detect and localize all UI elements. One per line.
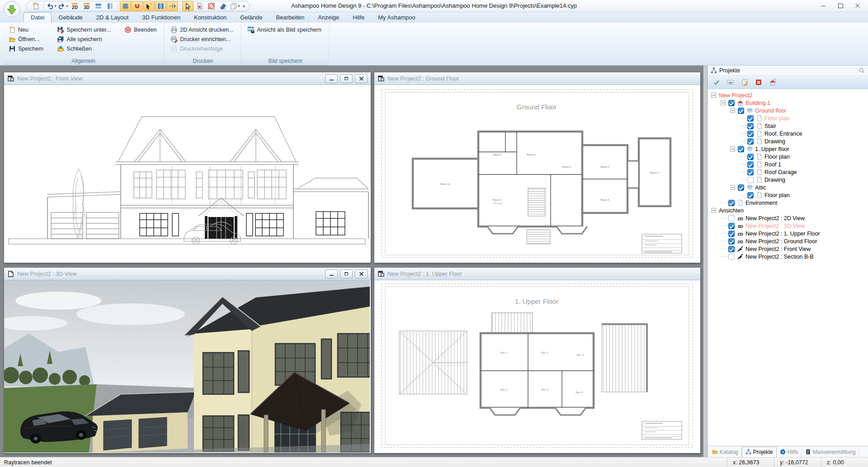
expander-icon[interactable] — [730, 108, 735, 113]
ribbon-tab-geb-ude[interactable]: Gebäude — [52, 13, 90, 23]
front-view-titlebar[interactable]: New Project2 : Front View — [4, 72, 371, 85]
ribbon-tab-my-ashampoo[interactable]: My Ashampoo — [371, 13, 422, 23]
panel-tab-katalog[interactable]: Katalog — [709, 447, 742, 457]
mdi-restore-button[interactable] — [340, 269, 353, 278]
mdi-minimize-button[interactable] — [325, 269, 338, 278]
tree-item-ground-floor[interactable]: Ground floor — [708, 107, 868, 114]
checkbox[interactable] — [728, 100, 735, 106]
ffnen-button[interactable]: Öffnen... — [6, 34, 46, 44]
mdi-minimize-button[interactable] — [325, 74, 338, 83]
rename-button[interactable]: abl — [725, 77, 736, 87]
ribbon-tab-hilfe[interactable]: Hilfe — [346, 13, 371, 23]
tree-item-environment[interactable]: Environment — [708, 199, 868, 207]
tree-item-new-project2-2d-view[interactable]: 2DNew Project2 : 2D View — [708, 214, 868, 222]
minimize-button[interactable] — [815, 0, 832, 12]
expander-icon[interactable] — [721, 100, 726, 105]
snap-button[interactable] — [132, 1, 143, 11]
view-2d-button[interactable]: 2D — [69, 1, 80, 11]
tree-item-new-project2[interactable]: New Project2 — [708, 91, 868, 99]
ground-floor-canvas[interactable]: Ground Floor — [374, 85, 700, 263]
checkbox[interactable] — [728, 246, 735, 252]
front-elevation-canvas[interactable] — [4, 85, 371, 263]
tree-item-new-project2-ground-floor[interactable]: 2DNew Project2 : Ground Floor — [708, 237, 868, 245]
tree-item-drawing[interactable]: Drawing — [708, 176, 868, 184]
alle-speichern-button[interactable]: Alle speichern — [55, 34, 113, 44]
panel-splitter[interactable] — [703, 66, 707, 458]
ribbon-tab-3d-funktionen[interactable]: 3D Funktionen — [135, 13, 187, 23]
upper-floor-canvas[interactable]: 1. Upper Floor — [374, 280, 700, 453]
split-vertical-button[interactable] — [104, 1, 116, 11]
speichern-unter-button[interactable]: Speichern unter... — [55, 25, 113, 34]
ribbon-tab-datei[interactable]: Datei — [24, 12, 52, 23]
tree-item-floor-plan[interactable]: Floor plan — [708, 114, 868, 122]
mdi-close-button[interactable] — [355, 269, 368, 278]
checkbox[interactable] — [747, 123, 754, 129]
redo-button[interactable]: ▾ — [57, 1, 69, 11]
checkbox[interactable] — [747, 138, 754, 145]
checkbox[interactable] — [738, 184, 744, 191]
expander-icon[interactable] — [730, 185, 735, 190]
upper-floor-titlebar[interactable]: New Project2 : 1. Upper Floor — [374, 268, 700, 280]
ground-floor-titlebar[interactable]: New Project2 : Ground Floor — [374, 72, 700, 85]
ribbon-tab-anzeige[interactable]: Anzeige — [311, 13, 346, 23]
checkbox[interactable] — [747, 131, 754, 137]
select-elements-button[interactable] — [143, 1, 155, 11]
tree-item-floor-plan[interactable]: Floor plan — [708, 153, 868, 160]
checkbox[interactable] — [747, 169, 754, 175]
schlie-en-button[interactable]: Schließen — [55, 44, 113, 53]
2d-ansicht-drucken-button[interactable]: 2D Ansicht drucken... — [168, 25, 236, 34]
checkbox[interactable] — [738, 108, 744, 114]
tree-item-floor-plan[interactable]: Floor plan — [708, 191, 868, 199]
tree-item-ansichten[interactable]: Ansichten — [708, 207, 868, 214]
pin-icon[interactable] — [859, 67, 865, 74]
view-3d-button[interactable]: 3D — [81, 1, 92, 11]
checkbox[interactable] — [728, 215, 735, 222]
guides-button[interactable] — [155, 1, 166, 11]
app-logo-icon[interactable] — [3, 0, 21, 19]
tree-item-1-upper-floor[interactable]: 1. Upper floor — [708, 145, 868, 153]
split-horizontal-button[interactable] — [93, 1, 104, 11]
textures-button[interactable] — [206, 1, 217, 11]
new-building-button[interactable] — [767, 77, 778, 87]
beenden-button[interactable]: Beenden — [122, 25, 159, 34]
checkbox[interactable] — [738, 146, 744, 152]
speichern-button[interactable]: Speichern — [6, 44, 46, 53]
ansicht-als-bild-speichern-button[interactable]: Ansicht als Bild speichern — [245, 25, 323, 34]
checkbox[interactable] — [728, 200, 735, 206]
apply-button[interactable] — [711, 77, 722, 87]
select-button[interactable] — [182, 1, 193, 11]
tree-item-drawing[interactable]: Drawing — [708, 137, 868, 145]
maximize-button[interactable] — [832, 0, 849, 12]
ribbon-tab-konstruktion[interactable]: Konstruktion — [187, 13, 233, 23]
checkbox[interactable] — [747, 154, 754, 160]
checkbox[interactable] — [747, 161, 754, 168]
panel-tab-projekte[interactable]: Projekte — [742, 447, 777, 458]
undo-button[interactable]: ▾ — [46, 1, 57, 11]
checkbox[interactable] — [747, 177, 754, 183]
3d-render-canvas[interactable] — [4, 280, 371, 453]
checkbox[interactable] — [728, 238, 735, 245]
3d-view-titlebar[interactable]: New Project2 : 3D-View — [4, 268, 371, 280]
tree-item-new-project2-front-view[interactable]: New Project2 : Front View — [708, 245, 868, 253]
checkbox[interactable] — [728, 231, 735, 237]
expander-icon[interactable] — [711, 208, 716, 213]
tree-item-roof-1[interactable]: Roof 1 — [708, 160, 868, 168]
expander-icon[interactable] — [711, 93, 716, 98]
properties-button[interactable] — [739, 77, 750, 87]
checkbox[interactable] — [747, 115, 754, 122]
panel-tab-hilfe[interactable]: ?Hilfe — [777, 447, 802, 457]
grid-button[interactable] — [120, 1, 131, 11]
close-button[interactable] — [849, 0, 866, 12]
axes-button[interactable] — [167, 1, 178, 11]
tree-item-roof-entrance[interactable]: Roof, Entrance — [708, 130, 868, 137]
ribbon-tab-bearbeiten[interactable]: Bearbeiten — [269, 13, 311, 23]
delete-view-button[interactable] — [194, 1, 205, 11]
mdi-close-button[interactable] — [355, 74, 368, 83]
checkbox[interactable] — [728, 223, 735, 229]
checkbox[interactable] — [747, 192, 754, 198]
tree-item-building-1[interactable]: Building 1 — [708, 99, 868, 107]
ribbon-tab-gel-nde[interactable]: Gelände — [233, 13, 269, 23]
tree-item-stair[interactable]: Stair — [708, 122, 868, 130]
neu-button[interactable]: Neu — [6, 25, 46, 34]
checkbox[interactable] — [728, 254, 735, 260]
